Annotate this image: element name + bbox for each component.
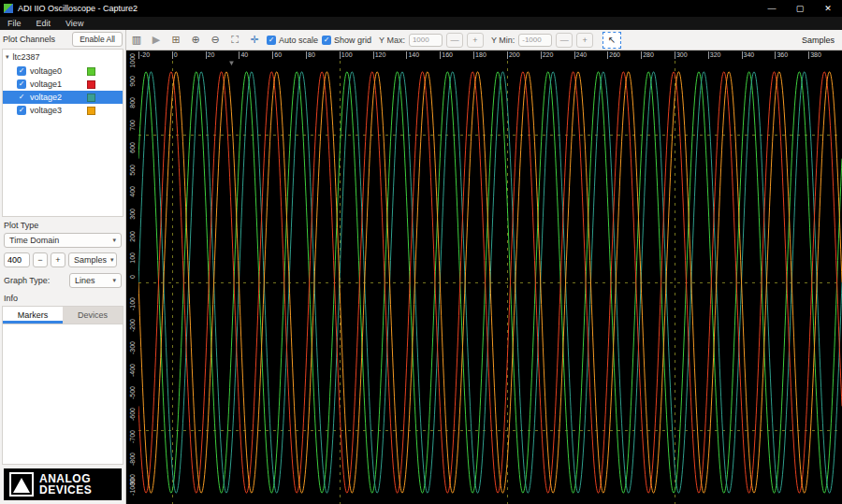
x-tick-label: 280 [641,51,654,59]
samples-axis-label: Samples [802,36,835,45]
play-icon[interactable]: ▶ [148,32,165,49]
y-tick-label: 800 [128,97,137,108]
menu-file[interactable]: File [0,19,29,28]
channel-checkbox[interactable]: ✓ [17,66,26,76]
channel-label: voltage1 [30,79,62,89]
channel-checkbox[interactable]: ✓ [17,79,26,89]
new-window-icon[interactable]: ⊞ [167,32,184,49]
cursor-tool-button[interactable]: ↖ [602,32,621,49]
x-tick-label: 320 [708,51,721,59]
y-tick-label: -500 [128,386,137,399]
channel-checkbox[interactable]: ✓ [17,93,26,102]
title-bar: ADI IIO Oscilloscope - Capture2 — ▢ ✕ [0,0,842,17]
enable-all-button[interactable]: Enable All [72,32,123,47]
zoom-out-icon[interactable]: ⊖ [207,32,224,49]
graph-type-select[interactable]: Lines ▾ [69,273,122,288]
chevron-down-icon: ▾ [112,277,116,284]
channel-row-voltage0[interactable]: ✓voltage0 [3,65,123,78]
channel-label: voltage0 [30,66,62,76]
y-tick-label: -700 [128,430,137,443]
sample-count-input[interactable] [4,252,30,267]
channel-row-voltage2[interactable]: ✓voltage2 [3,91,123,104]
checkbox-check-icon[interactable]: ✓ [322,36,331,45]
info-label: Info [0,290,125,305]
menu-edit[interactable]: Edit [29,19,59,28]
plot-channels-label: Plot Channels [3,35,55,44]
sample-count-increment-button[interactable]: + [51,252,65,267]
expander-icon[interactable]: ▾ [6,53,9,61]
close-button[interactable]: ✕ [814,0,842,17]
x-tick-label: 0 [172,51,178,59]
menu-bar: File Edit View [0,17,842,30]
y-tick-label: 500 [128,165,137,176]
channel-color-swatch[interactable] [87,80,95,89]
checkbox-check-icon[interactable]: ✓ [267,36,276,45]
channel-tree: ▾ ltc2387 ✓voltage0✓voltage1✓voltage2✓vo… [2,49,123,217]
channel-row-voltage3[interactable]: ✓voltage3 [3,104,123,117]
channel-label: voltage3 [30,106,62,115]
info-tabs: Markers Devices [2,306,123,324]
maximize-button[interactable]: ▢ [786,0,814,17]
y-max-increment-button[interactable]: + [467,33,484,48]
x-tick-label: -20 [138,51,150,59]
y-tick-label: 200 [128,231,137,242]
channel-color-swatch[interactable] [87,107,95,115]
y-min-label: Y Min: [491,36,515,45]
waveform-canvas[interactable] [138,61,842,504]
pan-icon[interactable]: ✛ [246,32,263,49]
y-tick-label: 900 [128,76,137,87]
markers-panel [2,324,123,465]
y-max-label: Y Max: [379,36,405,45]
channel-row-voltage1[interactable]: ✓voltage1 [3,78,123,91]
channel-checkbox[interactable]: ✓ [17,106,26,115]
x-tick-label: 40 [239,51,248,59]
y-axis: 10009008007006005004003002001000-100-200… [126,61,138,504]
menu-view[interactable]: View [58,19,91,28]
plot-type-select[interactable]: Time Domain ▾ [4,233,122,248]
plot-windows-icon[interactable]: ▥ [128,32,145,49]
y-tick-label: -100 [128,297,137,310]
y-tick-label: -1000 [128,479,137,496]
x-tick-label: 220 [541,51,554,59]
y-tick-label: 0 [128,275,137,279]
y-min-increment-button[interactable]: + [576,33,593,48]
y-tick-label: -300 [128,341,137,354]
sample-unit-value: Samples [74,255,107,265]
y-max-decrement-button[interactable]: — [446,33,463,48]
analog-devices-logo: ANALOG DEVICES [4,468,122,500]
y-tick-label: -800 [128,453,137,466]
tab-devices[interactable]: Devices [63,307,123,324]
graph-type-label: Graph Type: [4,276,50,285]
y-max-input[interactable] [409,34,443,47]
zoom-fit-icon[interactable]: ⛶ [226,32,243,49]
y-min-input[interactable] [518,34,552,47]
y-tick-label: 600 [128,142,137,153]
zoom-in-icon[interactable]: ⊕ [187,32,204,49]
tab-markers[interactable]: Markers [3,307,63,324]
x-tick-label: 240 [574,51,588,59]
x-tick-label: 340 [742,51,755,59]
channel-color-swatch[interactable] [87,67,95,76]
x-tick-label: 140 [406,51,419,59]
sample-count-decrement-button[interactable]: − [33,252,48,267]
minimize-button[interactable]: — [758,0,786,17]
x-tick-label: 120 [373,51,386,59]
chevron-down-icon: ▾ [112,237,116,244]
y-tick-label: -600 [128,408,137,421]
show-grid-label: Show grid [334,36,371,45]
x-tick-label: 80 [306,51,315,59]
sample-unit-select[interactable]: Samples ▾ [68,252,117,267]
x-tick-label: 20 [206,51,215,59]
channel-label: voltage2 [30,93,62,102]
plot-type-label: Plot Type [0,217,125,232]
show-grid-checkbox[interactable]: ✓ Show grid [322,36,371,45]
logo-line2: DEVICES [39,484,92,496]
plot-toolbar: ▥▶⊞⊕⊖⛶✛ ✓ Auto scale ✓ Show grid Y Max: … [126,30,842,50]
time-marker-icon[interactable]: ▼ [227,59,235,67]
device-row[interactable]: ▾ ltc2387 [3,50,123,65]
x-tick-label: 200 [507,51,520,59]
oscilloscope-plot[interactable]: -200204060801001201401601802002202402602… [126,50,842,504]
y-min-decrement-button[interactable]: — [556,33,573,48]
channel-color-swatch[interactable] [87,94,95,102]
auto-scale-checkbox[interactable]: ✓ Auto scale [267,36,318,45]
